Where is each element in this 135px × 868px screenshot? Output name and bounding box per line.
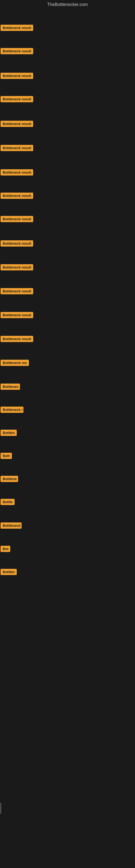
- bottleneck-badge-24[interactable]: Bottlen: [1, 569, 17, 575]
- bottleneck-badge-20[interactable]: Bottlene: [1, 476, 18, 482]
- bottleneck-badge-16[interactable]: Bottlenec: [1, 383, 20, 390]
- bottleneck-badge-3[interactable]: Bottleneck result: [1, 73, 33, 79]
- bottleneck-item-6[interactable]: Bottleneck result: [1, 145, 33, 152]
- bottleneck-item-19[interactable]: Bott: [1, 453, 12, 460]
- bottleneck-badge-12[interactable]: Bottleneck result: [1, 288, 33, 294]
- bottleneck-badge-8[interactable]: Bottleneck result: [1, 193, 33, 199]
- bottleneck-item-18[interactable]: Bottlen: [1, 430, 17, 437]
- bottleneck-item-24[interactable]: Bottlen: [1, 569, 17, 576]
- bottleneck-item-2[interactable]: Bottleneck result: [1, 48, 33, 55]
- bottleneck-item-3[interactable]: Bottleneck result: [1, 73, 33, 80]
- bottleneck-item-16[interactable]: Bottlenec: [1, 383, 20, 391]
- bottleneck-badge-22[interactable]: Bottleneck: [1, 522, 21, 529]
- bottleneck-item-17[interactable]: Bottleneck r: [1, 407, 24, 414]
- bottleneck-item-7[interactable]: Bottleneck result: [1, 169, 33, 177]
- bottleneck-badge-21[interactable]: Bottle: [1, 499, 14, 505]
- bottleneck-item-14[interactable]: Bottleneck result: [1, 336, 33, 343]
- bottleneck-item-5[interactable]: Bottleneck result: [1, 121, 33, 128]
- bottleneck-item-8[interactable]: Bottleneck result: [1, 193, 33, 200]
- bottleneck-badge-17[interactable]: Bottleneck r: [1, 407, 24, 413]
- bottleneck-badge-5[interactable]: Bottleneck result: [1, 121, 33, 127]
- bottleneck-item-9[interactable]: Bottleneck result: [1, 216, 33, 223]
- bottleneck-badge-4[interactable]: Bottleneck result: [1, 96, 33, 102]
- bottleneck-item-4[interactable]: Bottleneck result: [1, 96, 33, 103]
- bottleneck-item-23[interactable]: Bot: [1, 546, 10, 553]
- bottleneck-item-10[interactable]: Bottleneck result: [1, 240, 33, 248]
- bottleneck-item-20[interactable]: Bottlene: [1, 476, 18, 483]
- bottleneck-badge-6[interactable]: Bottleneck result: [1, 145, 33, 151]
- bottleneck-item-22[interactable]: Bottleneck: [1, 522, 21, 530]
- bottleneck-badge-19[interactable]: Bott: [1, 453, 12, 459]
- bottleneck-badge-11[interactable]: Bottleneck result: [1, 264, 33, 271]
- bottleneck-badge-1[interactable]: Bottleneck result: [1, 25, 33, 31]
- cursor-line: [1, 803, 1, 814]
- bottleneck-item-15[interactable]: Bottleneck res: [1, 360, 29, 367]
- bottleneck-badge-7[interactable]: Bottleneck result: [1, 169, 33, 176]
- site-title: TheBottlenecker.com: [0, 0, 135, 9]
- bottleneck-badge-15[interactable]: Bottleneck res: [1, 360, 29, 366]
- bottleneck-item-21[interactable]: Bottle: [1, 499, 14, 506]
- bottleneck-list: Bottleneck resultBottleneck resultBottle…: [0, 9, 135, 864]
- bottleneck-item-11[interactable]: Bottleneck result: [1, 264, 33, 272]
- bottleneck-badge-2[interactable]: Bottleneck result: [1, 48, 33, 54]
- bottleneck-badge-13[interactable]: Bottleneck result: [1, 312, 33, 318]
- bottleneck-badge-9[interactable]: Bottleneck result: [1, 216, 33, 222]
- bottleneck-badge-18[interactable]: Bottlen: [1, 430, 17, 436]
- bottleneck-badge-14[interactable]: Bottleneck result: [1, 336, 33, 342]
- bottleneck-item-12[interactable]: Bottleneck result: [1, 288, 33, 296]
- bottleneck-badge-10[interactable]: Bottleneck result: [1, 240, 33, 247]
- bottleneck-badge-23[interactable]: Bot: [1, 546, 10, 552]
- bottleneck-item-13[interactable]: Bottleneck result: [1, 312, 33, 319]
- bottleneck-item-1[interactable]: Bottleneck result: [1, 25, 33, 32]
